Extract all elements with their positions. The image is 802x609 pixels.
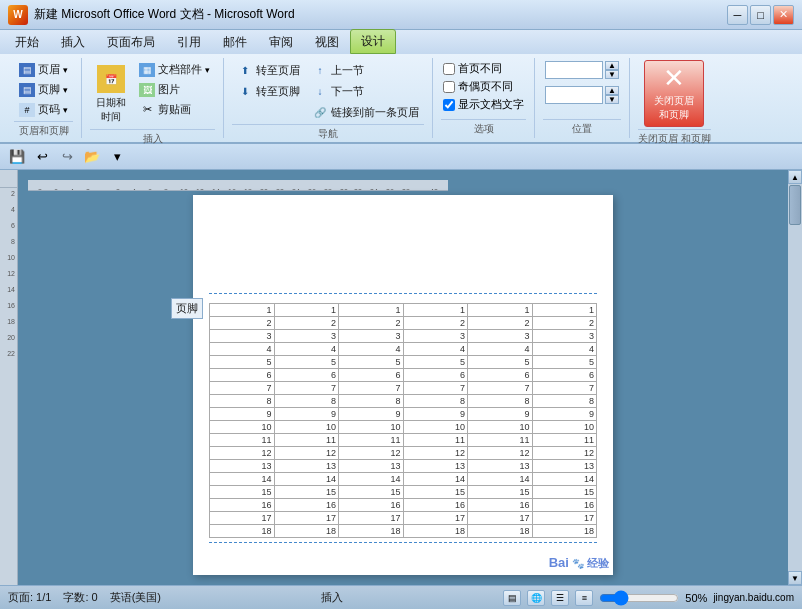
show-text-checkbox[interactable]: [443, 99, 455, 111]
footer-label: 页脚: [38, 82, 60, 97]
bottom-increment-btn[interactable]: ▲: [605, 86, 619, 95]
ruler-corner: [0, 170, 18, 188]
table-cell: 17: [339, 512, 404, 525]
goto-footer-button[interactable]: ⬇ 转至页脚: [232, 81, 305, 101]
maximize-button[interactable]: □: [750, 5, 771, 25]
docparts-button[interactable]: ▦ 文档部件 ▾: [134, 60, 215, 79]
tab-review[interactable]: 审阅: [258, 30, 304, 54]
zoom-percent: 50%: [685, 592, 707, 604]
next-section-icon: ↓: [312, 83, 328, 99]
tab-ref[interactable]: 引用: [166, 30, 212, 54]
web-view-button[interactable]: 🌐: [527, 590, 545, 606]
header-icon: ▤: [19, 63, 35, 77]
top-decrement-btn[interactable]: ▼: [605, 70, 619, 79]
link-prev-button[interactable]: 🔗 链接到前一条页眉: [307, 102, 424, 122]
tab-layout[interactable]: 页面布局: [96, 30, 166, 54]
table-body: 1111112222223333334444445555556666667777…: [210, 304, 597, 538]
first-diff-checkbox[interactable]: [443, 63, 455, 75]
save-qa-button[interactable]: 💾: [6, 147, 28, 167]
tab-design[interactable]: 设计: [350, 29, 396, 54]
top-increment-btn[interactable]: ▲: [605, 61, 619, 70]
scroll-track[interactable]: [788, 184, 802, 571]
scroll-down-button[interactable]: ▼: [788, 571, 802, 585]
insert-small-col: ▦ 文档部件 ▾ 🖼 图片 ✂ 剪贴画: [134, 60, 215, 119]
table-cell: 11: [339, 434, 404, 447]
print-view-button[interactable]: ▤: [503, 590, 521, 606]
table-cell: 4: [468, 343, 533, 356]
jingyan-text: 经验: [587, 557, 609, 569]
open-qa-button[interactable]: 📂: [81, 147, 103, 167]
undo-qa-button[interactable]: ↩: [31, 147, 53, 167]
table-cell: 3: [403, 330, 468, 343]
top-margin-input[interactable]: 1.5 厘米: [545, 61, 603, 79]
next-section-button[interactable]: ↓ 下一节: [307, 81, 424, 101]
datetime-button[interactable]: 📅 日期和 时间: [90, 60, 132, 127]
odd-even-checkbox[interactable]: [443, 81, 455, 93]
v-tick-8: 18: [7, 318, 15, 325]
red-x-icon: ✕: [663, 63, 685, 93]
redo-qa-button[interactable]: ↪: [56, 147, 78, 167]
table-cell: 18: [468, 525, 533, 538]
position-col: 1.5 厘米 ▲ ▼ 1.75 厘米 ▲ ▼: [543, 60, 621, 105]
customize-qa-button[interactable]: ▾: [106, 147, 128, 167]
picture-button[interactable]: 🖼 图片: [134, 80, 215, 99]
tab-insert[interactable]: 插入: [50, 30, 96, 54]
table-cell: 13: [339, 460, 404, 473]
table-cell: 18: [339, 525, 404, 538]
odd-even-check[interactable]: 奇偶页不同: [441, 78, 526, 95]
h-tick-1: 6: [54, 188, 58, 191]
table-row: 888888: [210, 395, 597, 408]
table-cell: 13: [210, 460, 275, 473]
footer-button[interactable]: ▤ 页脚 ▾: [14, 80, 73, 99]
table-cell: 1: [274, 304, 339, 317]
table-cell: 17: [532, 512, 597, 525]
table-row: 666666: [210, 369, 597, 382]
insert-mode: 插入: [321, 590, 343, 605]
table-cell: 7: [532, 382, 597, 395]
table-cell: 10: [403, 421, 468, 434]
tab-mail[interactable]: 邮件: [212, 30, 258, 54]
table-cell: 6: [468, 369, 533, 382]
right-scrollbar[interactable]: ▲ ▼: [788, 170, 802, 585]
prev-section-button[interactable]: ↑ 上一节: [307, 60, 424, 80]
pagenum-button[interactable]: # 页码 ▾: [14, 100, 73, 119]
first-diff-check[interactable]: 首页不同: [441, 60, 526, 77]
close-header-footer-button[interactable]: ✕ 关闭页眉 和页脚: [644, 60, 704, 127]
options-group-label: 选项: [441, 119, 526, 136]
tab-view[interactable]: 视图: [304, 30, 350, 54]
table-cell: 12: [274, 447, 339, 460]
scroll-up-button[interactable]: ▲: [788, 170, 802, 184]
show-text-check[interactable]: 显示文档文字: [441, 96, 526, 113]
main-area: 2 4 6 8 10 12 14 16 18 20 22 8 6 4 2 ▼ 2…: [0, 170, 802, 585]
draft-view-button[interactable]: ≡: [575, 590, 593, 606]
outline-view-button[interactable]: ☰: [551, 590, 569, 606]
table-cell: 3: [339, 330, 404, 343]
table-cell: 5: [210, 356, 275, 369]
header-footer-group-label: 页眉和页脚: [14, 121, 73, 138]
table-cell: 14: [339, 473, 404, 486]
left-ruler: 2 4 6 8 10 12 14 16 18 20 22: [0, 188, 18, 585]
clip-button[interactable]: ✂ 剪贴画: [134, 100, 215, 119]
scroll-thumb[interactable]: [789, 185, 801, 225]
h-tick-4: ▼: [102, 188, 109, 191]
document-scroll-area[interactable]: 8 6 4 2 ▼ 2 4 6 8 10 12 14 16 18 20 22 2…: [18, 170, 788, 585]
pagenum-dropdown-icon: ▾: [63, 105, 68, 115]
goto-header-button[interactable]: ⬆ 转至页眉: [232, 60, 305, 80]
header-button[interactable]: ▤ 页眉 ▾: [14, 60, 73, 79]
goto-header-icon: ⬆: [237, 62, 253, 78]
ribbon-group-nav: ⬆ 转至页眉 ⬇ 转至页脚 ↑ 上一节 ↓ 下一节 🔗: [224, 58, 433, 138]
tab-start[interactable]: 开始: [4, 30, 50, 54]
table-cell: 6: [339, 369, 404, 382]
table-cell: 9: [532, 408, 597, 421]
close-x-icon: ✕: [663, 65, 685, 93]
bottom-decrement-btn[interactable]: ▼: [605, 95, 619, 104]
zoom-slider[interactable]: [599, 592, 679, 604]
table-cell: 11: [274, 434, 339, 447]
table-cell: 16: [532, 499, 597, 512]
bottom-margin-input[interactable]: 1.75 厘米: [545, 86, 603, 104]
table-cell: 14: [274, 473, 339, 486]
close-button[interactable]: ✕: [773, 5, 794, 25]
table-cell: 6: [274, 369, 339, 382]
minimize-button[interactable]: ─: [727, 5, 748, 25]
pagenum-label: 页码: [38, 102, 60, 117]
